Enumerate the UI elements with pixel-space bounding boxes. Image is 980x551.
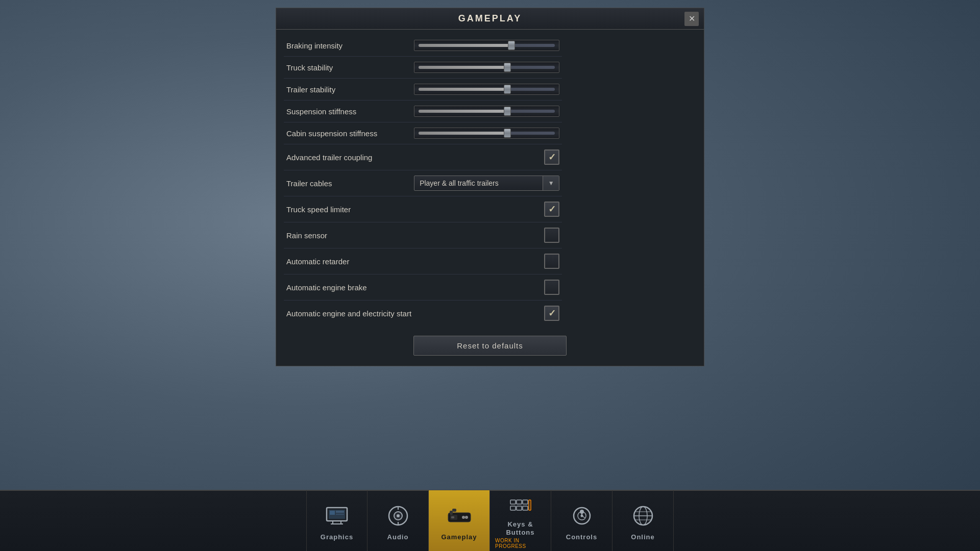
slider-thumb[interactable]	[504, 129, 511, 138]
svg-point-17	[465, 516, 468, 519]
automatic-engine-electricity-start-checkbox[interactable]: ✓	[544, 306, 559, 321]
slider-thumb[interactable]	[504, 107, 511, 116]
checkmark-icon: ✓	[548, 205, 556, 214]
svg-rect-19	[452, 509, 456, 512]
truck-speed-limiter-row: Truck speed limiter ✓	[284, 196, 562, 222]
svg-rect-26	[529, 500, 531, 510]
truck-speed-limiter-label: Truck speed limiter	[286, 205, 351, 214]
svg-point-16	[462, 516, 465, 519]
svg-point-10	[397, 514, 400, 517]
close-button[interactable]: ✕	[684, 12, 699, 26]
checkmark-icon: ✓	[548, 153, 556, 162]
graphics-nav-label: Graphics	[321, 533, 353, 541]
trailer-cables-control: Player & all traffic trailers ▼	[411, 176, 559, 191]
screen-container: GAMEPLAY ✕ Braking intensity	[0, 0, 980, 551]
svg-rect-23	[510, 506, 516, 510]
svg-rect-21	[517, 500, 522, 504]
rain-sensor-control	[411, 228, 559, 243]
nav-item-controls[interactable]: Controls	[551, 490, 612, 551]
suspension-stiffness-control	[411, 106, 559, 117]
suspension-stiffness-row: Suspension stiffness	[284, 101, 562, 122]
trailer-stability-slider[interactable]	[414, 84, 559, 95]
svg-rect-22	[523, 500, 528, 504]
truck-stability-row: Truck stability	[284, 57, 562, 79]
advanced-trailer-coupling-label: Advanced trailer coupling	[286, 153, 372, 162]
keys-buttons-sublabel: WORK IN PROGRESS	[495, 538, 546, 549]
slider-thumb[interactable]	[504, 85, 511, 94]
gameplay-nav-label: Gameplay	[441, 533, 477, 541]
truck-stability-slider[interactable]	[414, 62, 559, 73]
svg-rect-6	[336, 511, 344, 513]
slider-fill	[419, 66, 507, 69]
slider-fill	[419, 132, 507, 135]
audio-icon	[384, 502, 412, 530]
slider-fill	[419, 44, 511, 47]
dialog-header: GAMEPLAY ✕	[276, 8, 704, 30]
advanced-trailer-coupling-control: ✓	[411, 149, 559, 165]
slider-thumb[interactable]	[504, 63, 511, 72]
nav-item-keys-buttons[interactable]: Keys &Buttons WORK IN PROGRESS	[490, 490, 551, 551]
svg-rect-24	[517, 506, 522, 510]
rain-sensor-label: Rain sensor	[286, 231, 327, 240]
slider-fill	[419, 110, 507, 113]
automatic-retarder-label: Automatic retarder	[286, 257, 349, 266]
automatic-retarder-control	[411, 254, 559, 269]
braking-intensity-row: Braking intensity	[284, 35, 562, 57]
truck-stability-label: Truck stability	[286, 63, 333, 72]
automatic-retarder-checkbox[interactable]	[544, 254, 559, 269]
trailer-cables-row: Trailer cables Player & all traffic trai…	[284, 170, 562, 196]
braking-intensity-slider[interactable]	[414, 40, 559, 51]
cabin-suspension-stiffness-row: Cabin suspension stiffness	[284, 122, 562, 144]
bottom-navigation: Graphics Audio	[0, 490, 980, 551]
online-icon	[629, 502, 657, 530]
dialog-content-wrapper: Braking intensity Truck stability	[276, 30, 704, 325]
svg-rect-5	[330, 511, 335, 515]
keys-buttons-icon	[506, 493, 535, 517]
automatic-retarder-row: Automatic retarder	[284, 248, 562, 274]
cabin-suspension-stiffness-label: Cabin suspension stiffness	[286, 129, 377, 138]
cabin-suspension-stiffness-control	[411, 128, 559, 139]
nav-item-graphics[interactable]: Graphics	[306, 490, 368, 551]
svg-rect-15	[451, 516, 454, 518]
trailer-stability-label: Trailer stability	[286, 85, 335, 94]
truck-speed-limiter-checkbox[interactable]: ✓	[544, 202, 559, 217]
nav-item-audio[interactable]: Audio	[368, 490, 429, 551]
keys-buttons-nav-label: Keys &Buttons	[506, 520, 534, 536]
svg-rect-18	[450, 511, 453, 515]
svg-rect-7	[336, 514, 344, 515]
dropdown-arrow-icon: ▼	[543, 176, 559, 190]
truck-stability-control	[411, 62, 559, 73]
slider-track	[419, 44, 555, 47]
rain-sensor-checkbox[interactable]	[544, 228, 559, 243]
slider-thumb[interactable]	[508, 41, 515, 50]
truck-speed-limiter-control: ✓	[411, 202, 559, 217]
automatic-engine-brake-checkbox[interactable]	[544, 280, 559, 295]
trailer-cables-label: Trailer cables	[286, 179, 332, 188]
controls-nav-label: Controls	[566, 533, 597, 541]
suspension-stiffness-slider[interactable]	[414, 106, 559, 117]
braking-intensity-control	[411, 40, 559, 51]
nav-item-gameplay[interactable]: Gameplay	[429, 490, 490, 551]
slider-track	[419, 88, 555, 91]
slider-track	[419, 66, 555, 69]
reset-section: Reset to defaults	[276, 325, 704, 366]
automatic-engine-brake-control	[411, 280, 559, 295]
checkmark-icon: ✓	[548, 309, 556, 318]
trailer-cables-dropdown[interactable]: Player & all traffic trailers ▼	[414, 176, 559, 191]
svg-rect-25	[523, 506, 528, 510]
trailer-stability-control	[411, 84, 559, 95]
rain-sensor-row: Rain sensor	[284, 222, 562, 248]
automatic-engine-brake-row: Automatic engine brake	[284, 274, 562, 300]
gameplay-dialog: GAMEPLAY ✕ Braking intensity	[276, 8, 704, 366]
controls-icon	[568, 502, 596, 530]
cabin-suspension-stiffness-slider[interactable]	[414, 128, 559, 139]
automatic-engine-electricity-start-row: Automatic engine and electricity start ✓	[284, 300, 562, 325]
suspension-stiffness-label: Suspension stiffness	[286, 107, 356, 116]
advanced-trailer-coupling-checkbox[interactable]: ✓	[544, 149, 559, 165]
nav-item-online[interactable]: Online	[612, 490, 674, 551]
svg-rect-20	[510, 500, 516, 504]
online-nav-label: Online	[631, 533, 654, 541]
reset-to-defaults-button[interactable]: Reset to defaults	[413, 336, 567, 356]
graphics-icon	[323, 502, 351, 530]
dialog-body: Braking intensity Truck stability	[276, 30, 570, 325]
